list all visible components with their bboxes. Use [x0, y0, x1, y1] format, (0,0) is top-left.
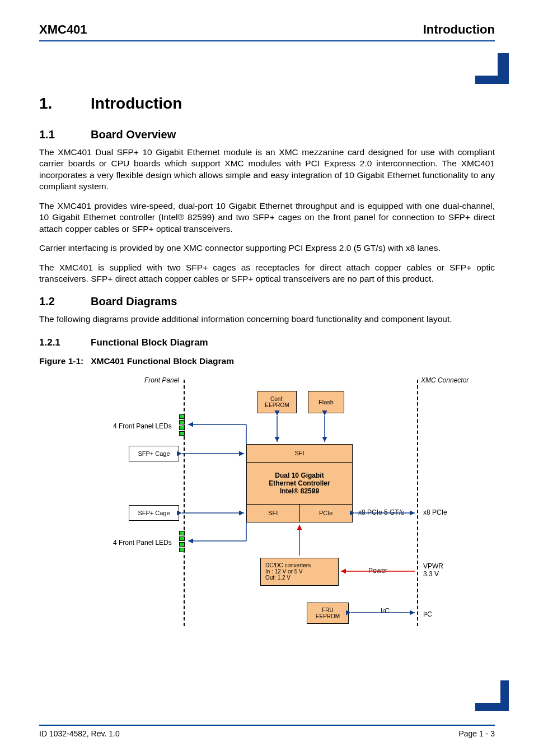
vpwr-label: VPWR 3.3 V	[423, 562, 443, 578]
section-title: Board Overview	[91, 128, 176, 141]
paragraph: The XMC401 is supplied with two SFP+ cag…	[39, 262, 495, 285]
figure-label: Figure 1-1:	[39, 356, 83, 366]
header-product: XMC401	[39, 22, 87, 37]
conf-eeprom-line2: EEPROM	[265, 402, 289, 408]
leds-label: 4 Front Panel LEDs	[113, 422, 172, 430]
sfp-cage-block: SFP+ Cage	[129, 505, 179, 521]
xmc-connector-label: XMC Connector	[421, 376, 469, 384]
page-number: Page 1 - 3	[458, 729, 495, 738]
led-icon	[179, 420, 185, 424]
footer-rule	[39, 725, 495, 726]
power-label: Power	[368, 567, 387, 575]
header-section: Introduction	[423, 22, 495, 37]
subsection-number: 1.2.1	[39, 337, 91, 348]
section-title: Board Diagrams	[91, 295, 177, 307]
section-number: 1.1	[39, 128, 91, 141]
dcdc-line1: DC/DC converters	[265, 562, 311, 568]
controller-line2: Ethernet Controller	[269, 479, 330, 487]
conf-eeprom-line1: Conf.	[270, 396, 284, 402]
chapter-title: Introduction	[91, 95, 182, 112]
subsection-title: Functional Block Diagram	[91, 337, 208, 348]
leds-label: 4 Front Panel LEDs	[113, 539, 172, 547]
subsection-1-2-1-heading: 1.2.1Functional Block Diagram	[39, 337, 495, 348]
brand-logo-icon	[475, 53, 509, 84]
xmc-connector-boundary	[417, 380, 418, 626]
paragraph: Carrier interfacing is provided by one X…	[39, 242, 495, 254]
chapter-heading: 1.Introduction	[39, 95, 495, 113]
pcie-port: PCIe	[300, 505, 353, 522]
led-icon	[179, 431, 185, 436]
led-icon	[179, 542, 185, 547]
controller-line1: Dual 10 Gigabit	[269, 472, 330, 479]
sfp-cage-block: SFP+ Cage	[129, 446, 179, 461]
led-icon	[179, 531, 185, 535]
dcdc-line3: Out: 1.2 V	[265, 575, 291, 581]
page-footer: ID 1032-4582, Rev. 1.0 Page 1 - 3	[39, 725, 495, 738]
flash-block: Flash	[308, 391, 344, 413]
conf-eeprom-block: Conf. EEPROM	[257, 391, 297, 413]
fru-line1: FRU	[322, 607, 334, 613]
section-1-2-heading: 1.2Board Diagrams	[39, 295, 495, 308]
paragraph: The XMC401 provides wire-speed, dual-por…	[39, 200, 495, 235]
sfi-port: SFI	[247, 505, 300, 522]
figure-title: XMC401 Functional Block Diagram	[91, 356, 234, 366]
fru-line2: EEPROM	[316, 613, 340, 619]
fru-eeprom-block: FRU EEPROM	[307, 603, 349, 624]
sfi-port: SFI	[247, 445, 352, 462]
x8-pcie-label: x8 PCIe	[423, 508, 447, 516]
section-number: 1.2	[39, 295, 91, 308]
i2c-conn-label: I²C	[423, 610, 432, 618]
controller-line3: Intel® 82599	[269, 487, 330, 495]
brand-logo-icon	[475, 680, 509, 711]
paragraph: The XMC401 Dual SFP+ 10 Gigabit Ethernet…	[39, 147, 495, 193]
led-icon	[179, 536, 185, 541]
block-diagram: Front Panel XMC Connector 4 Front Panel …	[90, 374, 481, 632]
i2c-label: I²C	[381, 607, 390, 615]
header-rule	[39, 40, 495, 41]
chapter-number: 1.	[39, 95, 91, 113]
figure-caption: Figure 1-1: XMC401 Functional Block Diag…	[39, 356, 495, 366]
pcie-bus-label: x8 PCIe 5 GT/s	[358, 508, 404, 516]
dcdc-block: DC/DC converters In : 12 V or 5 V Out: 1…	[260, 558, 339, 586]
doc-id: ID 1032-4582, Rev. 1.0	[39, 729, 120, 738]
front-panel-label: Front Panel	[144, 376, 179, 384]
section-1-1-heading: 1.1Board Overview	[39, 128, 495, 141]
led-icon	[179, 548, 185, 552]
led-icon	[179, 414, 185, 419]
ethernet-controller-block: SFI Dual 10 Gigabit Ethernet Controller …	[246, 444, 353, 522]
dcdc-line2: In : 12 V or 5 V	[265, 568, 303, 575]
led-icon	[179, 426, 185, 430]
paragraph: The following diagrams provide additiona…	[39, 314, 495, 325]
